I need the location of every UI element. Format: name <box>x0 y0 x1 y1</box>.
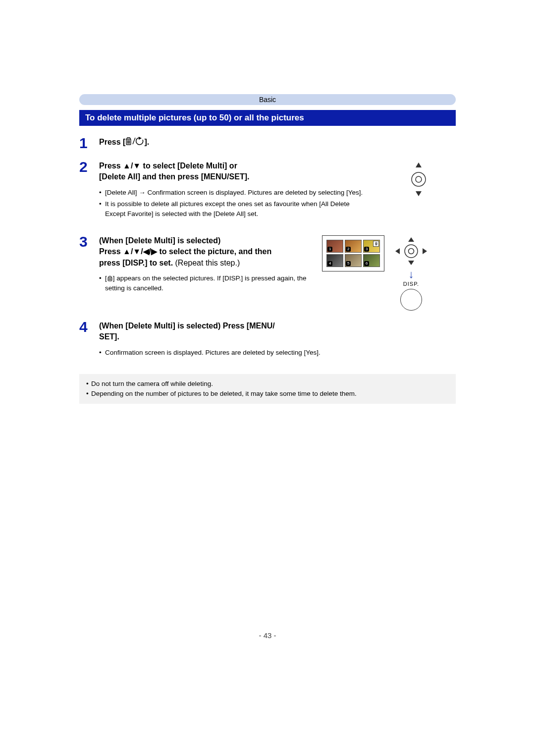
thumb-index: 2 <box>346 247 351 252</box>
text: Press [ <box>99 138 125 146</box>
thumbnail: 1 <box>326 240 343 253</box>
svg-marker-9 <box>416 191 422 196</box>
text: (When [Delete Multi] is selected) <box>99 236 220 245</box>
step-4-bullets: Confirmation screen is displayed. Pictur… <box>99 348 456 358</box>
text: press [DISP.] to set. <box>99 259 175 267</box>
step-2-title: Press ▲/▼ to select [Delete Multi] or [D… <box>99 161 372 183</box>
step-number: 1 <box>79 136 99 151</box>
dpad-fourway-icon <box>390 235 432 267</box>
text: ]. <box>144 138 149 146</box>
thumbnail: 6 <box>363 254 380 267</box>
page-number: - 43 - <box>0 631 535 640</box>
text: Press <box>99 162 123 170</box>
text: (When [Delete Multi] is selected) Press … <box>99 322 275 330</box>
text: ] appears on the selected pictures. If [… <box>105 274 307 292</box>
svg-marker-8 <box>416 162 422 167</box>
bullet: It is possible to delete all pictures ex… <box>99 199 372 218</box>
text: (Repeat this step.) <box>175 259 240 267</box>
trash-badge-icon: 🗑 <box>373 241 379 247</box>
step-number: 4 <box>79 320 99 334</box>
bullet: [Delete All] → Confirmation screen is di… <box>99 188 372 198</box>
note-item: Do not turn the camera off while deletin… <box>86 379 449 389</box>
step-2-bullets: [Delete All] → Confirmation screen is di… <box>99 188 372 219</box>
step-3: 3 (When [Delete Multi] is selected) Pres… <box>79 235 456 311</box>
svg-marker-18 <box>395 248 400 254</box>
step-1: 1 Press [ <box>79 137 456 151</box>
step-4-title: (When [Delete Multi] is selected) Press … <box>99 321 456 343</box>
thumbnail: 4 <box>326 254 343 267</box>
step-number: 2 <box>79 160 99 174</box>
thumb-index: 6 <box>364 261 369 266</box>
thumbnail-grid: 1 2 🗑3 4 5 6 <box>322 235 384 271</box>
text: to select the picture, and then <box>157 247 271 256</box>
down-arrow-icon: ↓ <box>409 269 414 280</box>
svg-point-6 <box>412 172 426 186</box>
svg-point-7 <box>416 176 422 182</box>
text: [Delete All] and then press [MENU/SET]. <box>99 172 249 181</box>
svg-point-14 <box>405 245 418 258</box>
svg-marker-5 <box>139 137 142 140</box>
thumb-index: 5 <box>346 261 351 266</box>
svg-point-15 <box>409 248 414 254</box>
svg-marker-19 <box>423 248 427 254</box>
bullet: Confirmation screen is displayed. Pictur… <box>99 348 456 358</box>
note-box: Do not turn the camera off while deletin… <box>79 374 456 404</box>
thumb-index: 1 <box>327 247 332 252</box>
four-way-icon: ▲/▼/◀/▶ <box>123 247 157 256</box>
svg-marker-16 <box>408 237 414 242</box>
note-item: Depending on the number of pictures to b… <box>86 389 449 399</box>
step-4: 4 (When [Delete Multi] is selected) Pres… <box>79 321 456 364</box>
up-down-icon: ▲/▼ <box>123 162 141 170</box>
text: to select [Delete Multi] or <box>141 162 237 170</box>
text: SET]. <box>99 332 119 341</box>
dpad-updown-icon <box>403 161 434 198</box>
disp-button-icon <box>400 289 422 311</box>
step-number: 3 <box>79 234 99 249</box>
thumbnail: 🗑3 <box>363 240 380 253</box>
step-3-bullets: [ ] appears on the selected pictures. If… <box>99 273 312 293</box>
thumb-index: 4 <box>327 261 332 266</box>
text: Press <box>99 247 123 256</box>
step-2: 2 Press ▲/▼ to select [Delete Multi] or … <box>79 161 456 225</box>
section-header: To delete multiple pictures (up to 50) o… <box>79 110 456 126</box>
thumbnail: 2 <box>345 240 362 253</box>
svg-line-4 <box>133 138 135 144</box>
step-3-title: (When [Delete Multi] is selected) Press … <box>99 235 312 269</box>
section-tab: Basic <box>79 94 456 105</box>
trash-small-icon <box>107 275 113 281</box>
step-1-title: Press [ <box>99 137 456 148</box>
svg-marker-17 <box>408 261 414 265</box>
thumbnail: 5 <box>345 254 362 267</box>
disp-label: DISP. <box>403 281 419 287</box>
dpad-disp-group: ↓ DISP. <box>390 235 432 311</box>
trash-return-icon <box>125 137 144 146</box>
bullet: [ ] appears on the selected pictures. If… <box>99 273 312 293</box>
thumb-index: 3 <box>364 247 369 252</box>
